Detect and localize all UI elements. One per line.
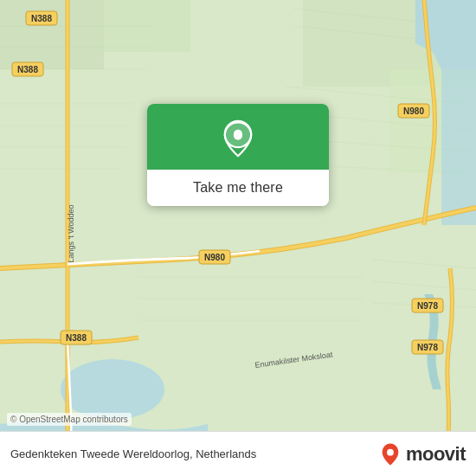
svg-rect-24: [441, 69, 476, 225]
svg-point-47: [234, 132, 242, 140]
bottom-bar: Gedenkteken Tweede Wereldoorlog, Netherl…: [0, 431, 476, 476]
copyright-text: © OpenStreetMap contributors: [7, 413, 132, 426]
svg-point-48: [387, 448, 394, 455]
popup-card: Take me there: [147, 104, 329, 206]
moovit-logo: moovit: [378, 442, 466, 466]
svg-rect-1: [0, 0, 104, 69]
svg-point-25: [61, 359, 164, 420]
moovit-brand-text: moovit: [406, 443, 466, 466]
map-overlay: N388 N388 N980 N980 N388 N978 N978 Langs…: [0, 0, 476, 476]
svg-text:N978: N978: [417, 343, 438, 352]
svg-text:N978: N978: [417, 301, 438, 311]
svg-text:Langs 't Woddeo: Langs 't Woddeo: [67, 204, 75, 262]
map-container: N388 N388 N980 N980 N388 N978 N978 Langs…: [0, 0, 476, 476]
svg-text:N388: N388: [17, 65, 38, 74]
moovit-pin-icon: [378, 442, 402, 466]
svg-text:N388: N388: [31, 14, 52, 23]
svg-text:N980: N980: [403, 106, 424, 116]
location-pin-icon: [219, 119, 257, 158]
take-me-there-button[interactable]: Take me there: [147, 170, 329, 206]
svg-text:N980: N980: [204, 253, 225, 262]
popup-icon-area: [147, 104, 329, 170]
svg-text:N388: N388: [66, 333, 87, 343]
location-title: Gedenkteken Tweede Wereldoorlog, Netherl…: [10, 447, 378, 460]
